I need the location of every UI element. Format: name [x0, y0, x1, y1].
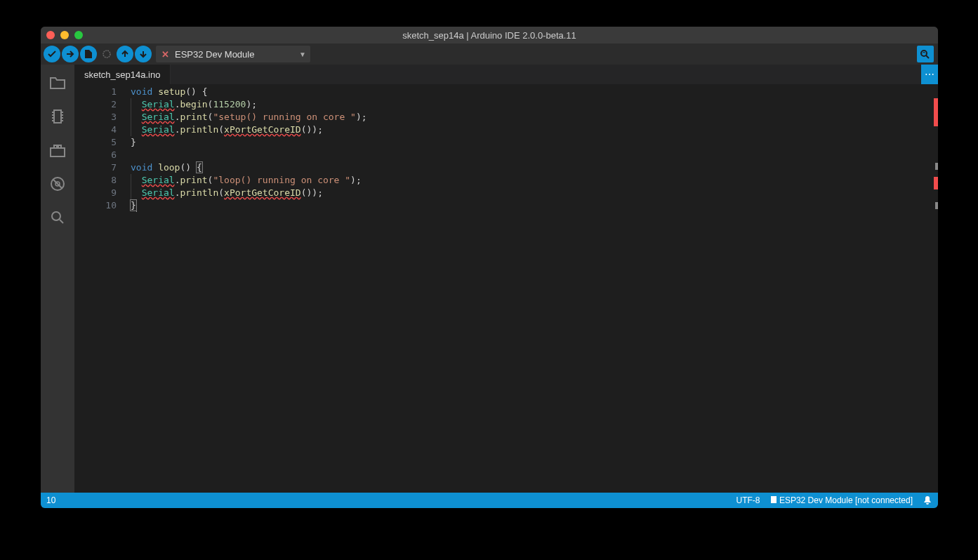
- bug-icon: [49, 175, 66, 192]
- svg-point-0: [103, 51, 110, 58]
- notifications-button[interactable]: [923, 495, 932, 505]
- open-button[interactable]: [117, 46, 133, 62]
- status-board[interactable]: ESP32 Dev Module [not connected]: [770, 495, 913, 505]
- not-connected-icon: ✕: [161, 49, 169, 60]
- save-button[interactable]: [135, 46, 152, 62]
- books-icon: [49, 142, 66, 158]
- titlebar: sketch_sep14a | Arduino IDE 2.0.0-beta.1…: [41, 27, 938, 44]
- search-button[interactable]: [48, 208, 67, 227]
- status-board-label: ESP32 Dev Module [not connected]: [779, 495, 913, 505]
- status-encoding[interactable]: UTF-8: [736, 495, 760, 505]
- line-gutter: 12345678910: [74, 84, 125, 493]
- boards-manager-button[interactable]: [48, 107, 67, 126]
- folder-icon: [49, 75, 66, 91]
- window-title: sketch_sep14a | Arduino IDE 2.0.0-beta.1…: [402, 30, 576, 41]
- svg-point-1: [921, 51, 927, 56]
- maximize-window[interactable]: [74, 31, 83, 39]
- magnify-plot-icon: [920, 49, 931, 59]
- tab-overflow-button[interactable]: ⋯: [921, 65, 938, 84]
- verify-button[interactable]: [44, 46, 60, 62]
- overview-ruler[interactable]: [932, 84, 938, 493]
- board-selector[interactable]: ✕ ESP32 Dev Module ▼: [156, 46, 310, 62]
- chip-icon: [51, 107, 65, 126]
- file-icon: [84, 49, 93, 59]
- debug-panel-button[interactable]: [48, 174, 67, 194]
- board-selector-label: ESP32 Dev Module: [175, 49, 254, 60]
- code-area[interactable]: void setup() { Serial.begin(115200); Ser…: [125, 84, 938, 493]
- sketchbook-button[interactable]: [48, 73, 67, 93]
- status-line-number[interactable]: 10: [46, 495, 55, 505]
- svg-rect-3: [51, 148, 65, 156]
- new-sketch-button[interactable]: [80, 46, 97, 62]
- svg-rect-7: [771, 496, 777, 503]
- bell-icon: [923, 495, 932, 505]
- editor-tabs: sketch_sep14a.ino ⋯: [74, 65, 938, 84]
- activity-bar: [41, 65, 74, 493]
- gear-icon: [101, 48, 112, 60]
- tab-sketch[interactable]: sketch_sep14a.ino: [74, 65, 171, 84]
- app-window: sketch_sep14a | Arduino IDE 2.0.0-beta.1…: [41, 27, 938, 508]
- library-manager-button[interactable]: [48, 140, 67, 160]
- traffic-lights: [46, 31, 83, 39]
- debug-button[interactable]: [98, 46, 115, 62]
- tab-label: sketch_sep14a.ino: [84, 69, 160, 80]
- svg-rect-2: [54, 110, 61, 123]
- code-editor[interactable]: 12345678910 void setup() { Serial.begin(…: [74, 84, 938, 493]
- status-bar: 10 UTF-8 ESP32 Dev Module [not connected…: [41, 493, 938, 508]
- minimize-window[interactable]: [60, 31, 69, 39]
- serial-plotter-button[interactable]: [917, 46, 934, 62]
- arrow-up-icon: [121, 50, 129, 58]
- chevron-down-icon: ▼: [299, 51, 306, 58]
- close-window[interactable]: [46, 31, 55, 39]
- svg-point-6: [52, 212, 60, 220]
- search-icon: [50, 210, 65, 225]
- check-icon: [47, 49, 57, 59]
- ellipsis-icon: ⋯: [925, 69, 934, 80]
- upload-button[interactable]: [62, 46, 79, 62]
- arrow-right-icon: [65, 49, 75, 59]
- arrow-down-icon: [139, 50, 147, 58]
- chip-small-icon: [770, 495, 777, 504]
- toolbar: ✕ ESP32 Dev Module ▼: [41, 44, 938, 65]
